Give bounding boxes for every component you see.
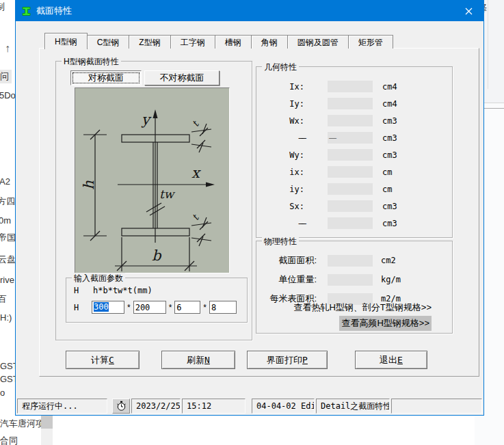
web-thickness-input[interactable]: [174, 301, 200, 314]
result-field: [328, 149, 373, 161]
exit-button[interactable]: 退出E: [355, 351, 427, 369]
section-diagram-panel: y x tw h b: [75, 87, 230, 273]
bg-text: 云盘: [0, 254, 16, 266]
result-field: [328, 166, 373, 178]
multiply-sign: *: [127, 303, 131, 312]
geometry-row: Wx:cm3: [256, 112, 452, 129]
high-freq-spec-button[interactable]: 查看高频H型钢规格>>: [339, 316, 432, 331]
bg-text: 百: [0, 293, 7, 306]
diagram-label-h: h: [81, 180, 97, 190]
result-field: —: [328, 132, 373, 144]
tab-strip: H型钢 C型钢 Z型钢 工字钢 槽钢 角钢 圆钢及圆管 矩形管: [45, 32, 393, 49]
status-date: 2023/2/25: [131, 399, 181, 414]
status-detail: Detail之截面特性: [316, 399, 390, 414]
bg-text: 方四: [0, 195, 15, 208]
asymmetric-section-button[interactable]: 不对称截面: [144, 70, 220, 85]
diagram-label-b: b: [152, 247, 162, 264]
result-field: [328, 98, 373, 109]
result-field: [328, 274, 373, 286]
geometry-group: 几何特性 Ix:cm4 Iy:cm4 Wx:cm3 ———cm3 Wy:cm3 …: [256, 66, 453, 238]
row-label: H: [74, 303, 92, 312]
bg-text: 问: [0, 70, 12, 83]
geometry-row: Iy:cm4: [256, 95, 452, 112]
tab-rect-pipe[interactable]: 矩形管: [348, 35, 393, 49]
diagram-label-tw: tw: [159, 187, 176, 201]
close-icon: [465, 8, 473, 15]
result-field: [328, 81, 373, 92]
hbeam-icon: [21, 6, 31, 16]
result-field: [328, 217, 373, 229]
bg-scrollbar-thumb[interactable]: [41, 416, 53, 429]
status-bar: 程序运行中... 2023/2/25 15:12 04-04-02 Editio…: [17, 399, 483, 414]
geometry-row: iy:cm: [256, 180, 452, 198]
formula-text: h*b*tw*t(mm): [93, 286, 152, 295]
status-edition: 04-04-02 Edition: [252, 399, 315, 414]
input-params-group: 输入截面参数 H h*b*tw*t(mm) H 300 * * *: [66, 278, 248, 323]
refresh-button[interactable]: 刷新N: [161, 351, 235, 369]
flange-thickness-input[interactable]: [209, 301, 237, 314]
close-button[interactable]: [453, 1, 483, 21]
geometry-row: ——cm3: [256, 215, 452, 232]
calculate-button[interactable]: 计算C: [66, 351, 140, 369]
dialog-titlebar[interactable]: 截面特性: [16, 1, 483, 21]
width-input[interactable]: [133, 301, 166, 314]
geometry-row: Ix:cm4: [256, 78, 452, 95]
geometry-row: ———cm3: [256, 129, 452, 146]
tab-h-steel[interactable]: H型钢: [44, 33, 88, 49]
diagram-label-x: x: [191, 165, 201, 181]
print-button[interactable]: 界面打印P: [247, 351, 328, 369]
height-input[interactable]: 300: [92, 301, 124, 314]
symmetric-section-button[interactable]: 对称截面: [70, 70, 142, 85]
bg-text: 合同: [0, 435, 18, 445]
type-code: H: [74, 286, 93, 295]
dialog-title: 截面特性: [36, 5, 72, 17]
bg-text: 0m: [0, 215, 11, 226]
physical-row: 单位重量:kg/m: [256, 270, 452, 289]
bg-text: 制: [0, 1, 5, 13]
bg-text: A2: [0, 176, 10, 187]
bg-text: 帝国: [0, 232, 16, 244]
bg-text: 5Do: [0, 90, 16, 100]
section-properties-dialog: 截面特性 H型钢 C型钢 Z型钢 工字钢 槽钢 角钢 圆钢及圆管 矩形管 H型钢…: [15, 0, 484, 416]
status-time: 15:12: [182, 399, 246, 414]
physical-group: 物理特性 截面面积:cm2 单位重量:kg/m 每米表面积:m2/m 查看热轧H…: [256, 241, 453, 334]
physical-row: 截面面积:cm2: [256, 251, 452, 270]
clock-cell: [112, 399, 130, 414]
bg-text: 汽车唐河项: [0, 418, 44, 430]
diagram-label-t-bottom: t: [189, 212, 201, 222]
h-section-group-legend: H型钢截面特性: [62, 56, 121, 68]
multiply-sign: *: [203, 303, 207, 312]
bg-text: o: [0, 388, 5, 398]
result-field: [328, 183, 373, 195]
result-field: [328, 200, 373, 212]
dimension-input-row: H 300 * * *: [74, 301, 237, 314]
up-arrow[interactable]: ↑: [5, 42, 10, 55]
tab-angle-steel[interactable]: 角钢: [251, 35, 288, 49]
status-empty: [391, 399, 482, 414]
multiply-sign: *: [169, 303, 172, 312]
physical-group-legend: 物理特性: [262, 236, 299, 247]
result-field: [328, 255, 373, 267]
diagram-label-t-top: t: [189, 118, 201, 129]
status-running: 程序运行中...: [17, 399, 107, 414]
bg-scrollbar[interactable]: [41, 416, 53, 445]
clock-icon: [116, 401, 127, 412]
hot-rolled-spec-link[interactable]: 查看热轧H型钢、剖分T型钢规格>>: [293, 301, 432, 314]
formula-row: H h*b*tw*t(mm): [74, 286, 152, 295]
geometry-row: Sx:cm3: [256, 198, 452, 215]
result-field: [328, 115, 373, 126]
bg-text: rive: [0, 275, 14, 285]
geometry-row: Wy:cm3: [256, 146, 452, 163]
bg-text: H:): [0, 312, 12, 323]
tab-channel-steel[interactable]: 槽钢: [215, 35, 252, 49]
tab-c-steel[interactable]: C型钢: [87, 35, 130, 49]
geometry-row: ix:cm: [256, 163, 452, 180]
input-params-legend: 输入截面参数: [72, 273, 125, 284]
geometry-group-legend: 几何特性: [262, 62, 299, 73]
tab-z-steel[interactable]: Z型钢: [129, 35, 170, 49]
section-diagram: y x tw h b: [75, 88, 229, 273]
tab-round-steel-pipe[interactable]: 圆钢及圆管: [287, 35, 349, 49]
tab-i-steel[interactable]: 工字钢: [170, 35, 215, 49]
diagram-label-y: y: [141, 111, 152, 128]
